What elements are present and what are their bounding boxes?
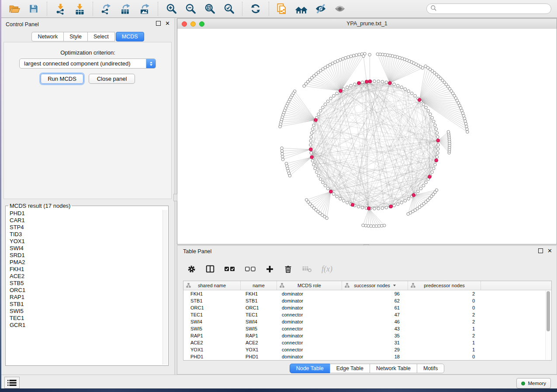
mcds-node-item[interactable]: RAP1 xyxy=(10,294,163,301)
cell-predecessor-nodes: 0 xyxy=(408,353,481,360)
mcds-node-item[interactable]: CAR1 xyxy=(10,217,163,224)
close-panel-icon[interactable]: ✕ xyxy=(165,21,170,26)
cell-shared-name: YOX1 xyxy=(183,346,241,353)
import-group xyxy=(47,2,93,16)
column-header-shared-name[interactable]: shared name xyxy=(183,281,241,290)
mcds-node-item[interactable]: SWI4 xyxy=(10,245,163,252)
table-row[interactable]: PHD1PHD1dominator180 xyxy=(183,353,551,360)
zoom-in-icon[interactable] xyxy=(164,2,178,16)
tab-network-table[interactable]: Network Table xyxy=(370,364,417,373)
cell-successor-nodes: 18 xyxy=(342,353,408,360)
tab-mcds[interactable]: MCDS xyxy=(116,32,144,41)
tab-motifs[interactable]: Motifs xyxy=(417,364,444,373)
home-screens-icon[interactable] xyxy=(294,2,308,16)
show-elements-icon[interactable] xyxy=(333,2,347,16)
zoom-out-icon[interactable] xyxy=(183,2,197,16)
export-table-icon[interactable] xyxy=(118,2,132,16)
table-row[interactable]: ACE2ACE2connector311 xyxy=(183,339,551,346)
show-columns-icon[interactable] xyxy=(205,263,215,275)
mcds-node-item[interactable]: FKH1 xyxy=(10,266,163,273)
mcds-node-item[interactable]: PHD1 xyxy=(10,210,163,217)
tab-style[interactable]: Style xyxy=(63,32,88,41)
table-toolbar: f(x) xyxy=(187,261,332,277)
mcds-node-item[interactable]: SRD1 xyxy=(10,252,163,259)
close-panel-icon[interactable]: ✕ xyxy=(547,248,552,253)
table-settings-gear-icon[interactable] xyxy=(187,263,196,275)
table-row[interactable]: RAP1RAP1dominator352 xyxy=(183,332,551,339)
network-graph[interactable] xyxy=(177,29,557,244)
table-scrollbar-thumb[interactable] xyxy=(547,291,550,331)
cell-successor-nodes: 61 xyxy=(342,304,408,311)
table-scrollbar[interactable] xyxy=(545,290,551,360)
refresh-view-icon[interactable] xyxy=(249,2,263,16)
cell-name: YOX1 xyxy=(241,346,277,353)
task-history-button[interactable] xyxy=(4,377,20,389)
import-network-icon[interactable] xyxy=(53,2,67,16)
close-panel-button[interactable]: Close panel xyxy=(89,74,135,84)
column-header-mcds-role[interactable]: MCDS role xyxy=(277,281,342,290)
network-window-titlebar[interactable]: YPA_prune.txt_1 xyxy=(177,19,557,29)
cell-predecessor-nodes: 1 xyxy=(408,325,481,332)
mcds-node-item[interactable]: TID3 xyxy=(10,231,163,238)
delete-column-icon[interactable] xyxy=(284,263,293,275)
vertical-splitter-handle[interactable] xyxy=(173,194,177,201)
zoom-fit-icon[interactable] xyxy=(203,2,217,16)
column-header-successor-nodes[interactable]: successor nodes xyxy=(342,281,408,290)
mcds-node-item[interactable]: ORC1 xyxy=(10,287,163,294)
hide-elements-icon[interactable] xyxy=(314,2,328,16)
clear-selection-checkboxes-icon[interactable] xyxy=(245,263,256,275)
table-row[interactable]: SWI5SWI5connector431 xyxy=(183,325,551,332)
search-input[interactable] xyxy=(437,5,551,12)
criterion-dropdown[interactable]: largest connected component (undirected) xyxy=(19,58,156,69)
table-row[interactable]: ORC1ORC1dominator610 xyxy=(183,304,551,311)
clone-network-icon[interactable] xyxy=(275,2,289,16)
mcds-node-item[interactable]: GCR1 xyxy=(10,322,163,329)
column-header-name[interactable]: name xyxy=(241,281,277,290)
node-table-header: shared namenameMCDS rolesuccessor nodesp… xyxy=(183,281,551,290)
run-mcds-button[interactable]: Run MCDS xyxy=(41,74,83,84)
float-window-icon[interactable] xyxy=(538,248,543,253)
table-row[interactable]: STB1STB1dominator620 xyxy=(183,297,551,304)
select-all-checkboxes-icon[interactable] xyxy=(224,263,235,275)
cell-mcds-role: connector xyxy=(277,339,342,346)
cell-mcds-role: dominator xyxy=(277,318,342,325)
network-window-title: YPA_prune.txt_1 xyxy=(177,21,557,27)
zoom-selected-icon[interactable] xyxy=(222,2,236,16)
table-row[interactable]: TEC1TEC1connector472 xyxy=(183,311,551,318)
mcds-list-scrollbar[interactable] xyxy=(163,210,167,364)
mcds-node-item[interactable]: STB5 xyxy=(10,280,163,287)
mcds-node-item[interactable]: PMA2 xyxy=(10,259,163,266)
export-image-icon[interactable] xyxy=(138,2,152,16)
table-row[interactable]: FKH1FKH1dominator962 xyxy=(183,290,551,297)
mcds-node-item[interactable]: STP4 xyxy=(10,224,163,231)
mcds-node-item[interactable]: STB1 xyxy=(10,301,163,308)
table-row[interactable]: YOX1YOX1connector291 xyxy=(183,346,551,353)
search-field[interactable] xyxy=(426,3,551,14)
add-column-icon[interactable] xyxy=(265,263,274,275)
function-builder-disabled-icon: f(x) xyxy=(322,263,332,275)
network-canvas[interactable] xyxy=(177,29,557,244)
mcds-node-item[interactable]: YOX1 xyxy=(10,238,163,245)
export-group xyxy=(93,2,158,16)
float-window-icon[interactable] xyxy=(156,21,161,26)
search-icon xyxy=(430,5,437,13)
mcds-node-item[interactable]: TEC1 xyxy=(10,315,163,322)
cell-shared-name: FKH1 xyxy=(183,290,241,297)
tab-node-table[interactable]: Node Table xyxy=(290,364,330,373)
import-table-icon[interactable] xyxy=(73,2,86,16)
column-header-predecessor-nodes[interactable]: predecessor nodes xyxy=(408,281,481,290)
tab-network[interactable]: Network xyxy=(31,32,64,41)
tab-select[interactable]: Select xyxy=(87,32,115,41)
table-row[interactable]: SWI4SWI4dominator462 xyxy=(183,318,551,325)
save-session-icon[interactable] xyxy=(27,2,41,16)
tab-edge-table[interactable]: Edge Table xyxy=(330,364,370,373)
mcds-node-item[interactable]: SWI5 xyxy=(10,308,163,315)
refresh-group xyxy=(242,2,269,16)
mcds-node-item[interactable]: ACE2 xyxy=(10,273,163,280)
memory-button[interactable]: Memory xyxy=(516,378,551,389)
export-network-icon[interactable] xyxy=(99,2,113,16)
cell-shared-name: ACE2 xyxy=(183,339,241,346)
status-bar: Memory xyxy=(1,375,557,389)
column-label: shared name xyxy=(198,283,226,288)
open-session-icon[interactable] xyxy=(7,2,21,16)
